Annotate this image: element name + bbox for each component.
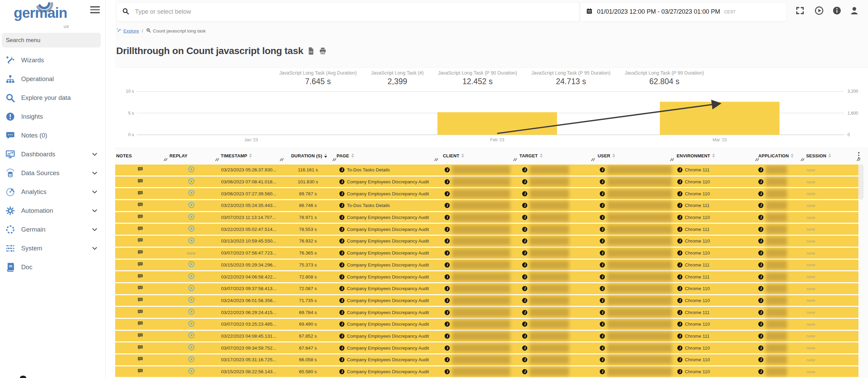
note-icon[interactable] (137, 356, 144, 363)
info-icon[interactable]: i (758, 369, 763, 374)
table-row[interactable]: 03/06/2023 07:27:39.560...89.787 siCompa… (115, 188, 858, 200)
info-icon[interactable]: i (600, 274, 605, 279)
sidebar-item-germain[interactable]: Germain (0, 220, 105, 239)
info-icon[interactable]: i (339, 274, 344, 279)
csv-export-icon[interactable]: CSV (307, 47, 315, 55)
info-icon[interactable]: i (677, 250, 682, 256)
column-header-user[interactable]: USER (593, 151, 672, 165)
replay-play-icon[interactable] (188, 320, 195, 328)
info-icon[interactable]: i (445, 334, 450, 339)
info-icon[interactable]: i (339, 286, 344, 291)
column-header-timestamp[interactable]: TIMESTAMP (217, 151, 282, 165)
info-icon[interactable]: i (339, 334, 344, 339)
sidebar-item-explore-your-data[interactable]: Explore your data (0, 88, 105, 107)
info-icon[interactable]: i (445, 298, 450, 303)
info-icon[interactable]: i (522, 179, 527, 184)
info-icon[interactable]: i (445, 250, 450, 256)
sidebar-item-notes-0[interactable]: Notes (0) (0, 126, 105, 145)
info-icon[interactable]: i (339, 357, 344, 362)
table-row[interactable]: 03/22/2023 04:06:58.422...72.808 siCompa… (115, 271, 858, 283)
chart-bar[interactable] (660, 102, 779, 135)
replay-play-icon[interactable] (188, 225, 195, 233)
info-icon[interactable]: i (522, 334, 527, 339)
info-icon[interactable]: i (339, 346, 344, 351)
replay-play-icon[interactable] (188, 213, 195, 222)
sidebar-item-dashboards[interactable]: Dashboards (0, 145, 105, 164)
info-icon[interactable]: i (758, 286, 763, 291)
column-resize-handle[interactable] (513, 158, 517, 161)
table-row[interactable]: 03/06/2023 07:08:41.018...101.830 siComp… (115, 177, 858, 188)
info-icon[interactable]: i (339, 322, 344, 327)
info-icon[interactable]: i (677, 357, 682, 362)
column-header-environment[interactable]: ENVIRONMENT (672, 151, 757, 165)
note-icon[interactable] (137, 249, 144, 257)
info-icon[interactable]: i (600, 346, 605, 351)
info-icon[interactable]: i (445, 369, 450, 374)
note-icon[interactable] (137, 178, 144, 185)
info-icon[interactable]: i (677, 203, 682, 208)
sidebar-search-input[interactable] (2, 33, 101, 48)
info-icon[interactable]: i (522, 298, 527, 303)
note-icon[interactable] (137, 261, 144, 269)
sidebar-item-system[interactable]: System (0, 239, 105, 258)
table-row[interactable]: 03/15/2023 08:22:56.143...65.580 siCompa… (115, 366, 858, 378)
info-icon[interactable]: i (522, 227, 527, 232)
replay-play-icon[interactable] (188, 273, 195, 281)
replay-play-icon[interactable] (188, 356, 195, 364)
info-icon[interactable]: i (339, 167, 344, 172)
table-row[interactable]: none03/07/2023 07:56:47.723...76.365 siC… (115, 248, 858, 260)
info-icon[interactable]: i (522, 250, 527, 256)
info-icon[interactable]: i (758, 357, 763, 362)
info-icon[interactable]: i (600, 357, 605, 362)
info-icon[interactable]: i (522, 322, 527, 327)
info-icon[interactable]: i (445, 238, 450, 244)
replay-play-icon[interactable] (188, 201, 195, 210)
replay-play-icon[interactable] (188, 237, 195, 245)
column-header-page[interactable]: PAGE (334, 151, 436, 165)
table-row[interactable]: 03/13/2023 10:59:45.550...76.932 siCompa… (115, 236, 858, 248)
replay-play-icon[interactable] (188, 190, 195, 198)
note-icon[interactable] (137, 237, 144, 245)
info-icon[interactable]: i (758, 203, 763, 208)
info-icon[interactable]: i (522, 238, 527, 244)
table-row[interactable]: 03/22/2023 04:08:45.131...67.852 siCompa… (115, 331, 858, 343)
info-icon[interactable]: i (339, 238, 344, 244)
global-search-input[interactable] (134, 8, 579, 16)
info-icon[interactable]: i (339, 298, 344, 303)
column-header-client[interactable]: CLIENT (436, 151, 515, 165)
info-icon[interactable]: i (677, 262, 682, 268)
info-icon[interactable]: i (339, 369, 344, 374)
info-icon[interactable]: i (677, 286, 682, 291)
info-icon[interactable]: i (758, 334, 763, 339)
info-icon[interactable]: i (600, 310, 605, 315)
info-icon[interactable]: i (522, 274, 527, 279)
info-icon[interactable]: i (758, 274, 763, 279)
table-row[interactable]: 03/15/2023 05:29:34.296...75.373 siCompa… (115, 260, 858, 272)
info-icon[interactable]: i (600, 191, 605, 196)
info-icon[interactable]: i (677, 215, 682, 220)
note-icon[interactable] (137, 226, 144, 233)
info-icon[interactable]: i (758, 298, 763, 303)
info-icon[interactable]: i (339, 227, 344, 232)
note-icon[interactable] (137, 273, 144, 281)
info-icon[interactable]: i (600, 369, 605, 374)
info-icon[interactable]: i (522, 203, 527, 208)
info-icon[interactable]: i (600, 298, 605, 303)
info-icon[interactable]: i (445, 274, 450, 279)
info-icon[interactable]: i (677, 191, 682, 196)
sidebar-item-automation[interactable]: Automation (0, 201, 105, 220)
table-row[interactable]: 03/22/2023 05:02:47.514...78.553 siCompa… (115, 224, 858, 236)
note-icon[interactable] (137, 344, 144, 352)
info-icon[interactable]: i (758, 167, 763, 172)
chart-bar[interactable] (437, 112, 557, 135)
info-icon[interactable]: i (600, 203, 605, 208)
sidebar-item-operational[interactable]: Operational (0, 69, 105, 88)
info-icon[interactable]: i (677, 310, 682, 315)
info-icon[interactable]: i (677, 238, 682, 244)
info-icon[interactable]: i (445, 286, 450, 291)
note-icon[interactable] (137, 190, 144, 197)
info-icon[interactable]: i (339, 179, 344, 184)
hamburger-menu-icon[interactable] (90, 6, 100, 14)
date-range-picker[interactable]: 01/01/2023 12:00 PM - 03/27/2023 01:00 P… (580, 2, 787, 22)
info-icon[interactable]: i (600, 286, 605, 291)
